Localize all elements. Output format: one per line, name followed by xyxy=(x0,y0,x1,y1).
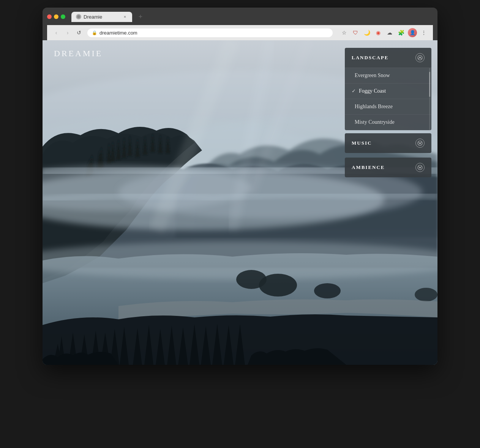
browser-actions: ☆ 🛡 🌙 ◉ ☁ 🧩 👤 ⋮ xyxy=(339,28,428,37)
misty-countryside-label: Misty Countryside xyxy=(355,119,395,125)
highlands-breeze-label: Highlands Breeze xyxy=(355,104,393,110)
browser-window: Dreamie × + ‹ › ↺ xyxy=(43,8,437,365)
menu-icon[interactable]: ⋮ xyxy=(419,28,428,37)
music-header[interactable]: MUSIC xyxy=(345,133,431,153)
landscape-accordion: LANDSCAPE Evergreen Snow xyxy=(345,48,431,130)
browser-tab[interactable]: Dreamie × xyxy=(71,12,132,22)
landscape-header[interactable]: LANDSCAPE xyxy=(345,48,431,68)
extension-icon[interactable]: ◉ xyxy=(374,28,383,37)
landscape-title: LANDSCAPE xyxy=(352,55,388,61)
ambience-accordion: AMBIENCE xyxy=(345,158,431,179)
foggy-coast-label: Foggy Coast xyxy=(359,88,386,94)
url-text: dreamietime.com xyxy=(99,30,137,36)
ambience-header[interactable]: AMBIENCE xyxy=(345,158,431,177)
shield-icon[interactable]: 🛡 xyxy=(351,28,360,37)
landscape-body: Evergreen Snow ✓ Foggy Coast Highlands B… xyxy=(345,68,431,130)
nav-buttons: ‹ › ↺ xyxy=(52,28,84,37)
browser-chrome: Dreamie × + ‹ › ↺ xyxy=(43,8,437,40)
landscape-toggle-icon xyxy=(415,53,425,62)
svg-point-14 xyxy=(418,141,422,145)
svg-point-0 xyxy=(77,15,80,18)
landscape-item-highlands-breeze[interactable]: Highlands Breeze xyxy=(345,99,431,115)
tab-title: Dreamie xyxy=(84,14,102,20)
close-button[interactable] xyxy=(47,14,52,19)
bookmark-icon[interactable]: ☆ xyxy=(339,28,349,37)
title-bar: Dreamie × + xyxy=(47,11,433,22)
landscape-item-misty-countryside[interactable]: Misty Countryside xyxy=(345,115,431,130)
music-accordion: MUSIC xyxy=(345,133,431,155)
scrollbar-thumb xyxy=(429,72,430,97)
puzzle-icon[interactable]: 🧩 xyxy=(396,28,406,37)
new-tab-button[interactable]: + xyxy=(135,11,146,22)
url-bar[interactable]: 🔒 dreamietime.com xyxy=(87,28,333,37)
svg-point-13 xyxy=(418,55,422,60)
right-panel: LANDSCAPE Evergreen Snow xyxy=(339,40,437,365)
app-logo: DREAMIE xyxy=(54,49,103,58)
music-toggle-icon xyxy=(415,139,425,148)
landscape-item-evergreen-snow[interactable]: Evergreen Snow xyxy=(345,68,431,84)
security-lock-icon: 🔒 xyxy=(92,30,97,35)
music-title: MUSIC xyxy=(352,140,372,146)
minimize-button[interactable] xyxy=(54,14,58,19)
ambience-title: AMBIENCE xyxy=(352,164,385,170)
svg-point-10 xyxy=(259,274,297,297)
user-avatar[interactable]: 👤 xyxy=(408,28,417,37)
ambience-toggle-icon xyxy=(415,163,425,172)
traffic-lights xyxy=(47,14,65,19)
cloud-icon[interactable]: ☁ xyxy=(385,28,394,37)
landscape-item-foggy-coast[interactable]: ✓ Foggy Coast xyxy=(345,84,431,99)
tab-close-button[interactable]: × xyxy=(122,14,128,19)
forward-button[interactable]: › xyxy=(63,28,72,37)
tab-favicon xyxy=(76,14,81,19)
app-content: DREAMIE LANDSCAPE xyxy=(43,40,437,365)
back-button[interactable]: ‹ xyxy=(52,28,61,37)
refresh-button[interactable]: ↺ xyxy=(74,28,84,37)
landscape-items-wrapper: Evergreen Snow ✓ Foggy Coast Highlands B… xyxy=(345,68,431,130)
moon-icon[interactable]: 🌙 xyxy=(362,28,371,37)
evergreen-snow-label: Evergreen Snow xyxy=(355,73,390,79)
address-bar: ‹ › ↺ 🔒 dreamietime.com ☆ 🛡 🌙 ◉ ☁ 🧩 xyxy=(47,25,433,40)
scrollbar-track xyxy=(429,68,430,130)
foggy-coast-check: ✓ xyxy=(352,88,356,94)
svg-point-11 xyxy=(314,283,341,298)
maximize-button[interactable] xyxy=(61,14,65,19)
svg-point-15 xyxy=(418,165,422,170)
